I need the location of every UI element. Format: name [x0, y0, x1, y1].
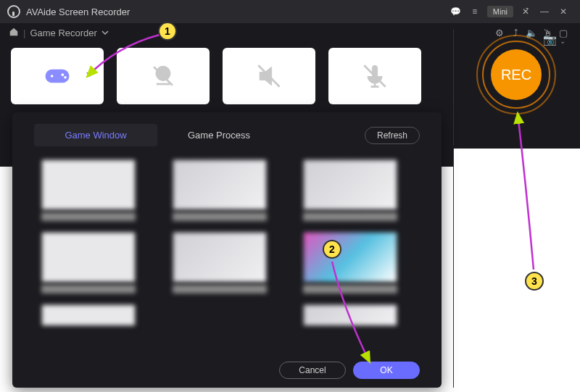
svg-point-1 — [51, 75, 54, 78]
pin-icon[interactable]: ✕̄ — [516, 4, 535, 19]
callout-1: 1 — [158, 22, 177, 41]
system-audio-card[interactable] — [223, 48, 315, 104]
close-icon[interactable]: ✕ — [554, 4, 573, 19]
callout-3: 3 — [525, 272, 544, 291]
record-button[interactable]: REC — [491, 49, 542, 100]
tab-game-process[interactable]: Game Process — [157, 124, 281, 146]
menu-icon[interactable]: ≡ — [465, 4, 484, 19]
app-logo-icon — [7, 5, 20, 18]
refresh-button[interactable]: Refresh — [365, 127, 420, 144]
window-thumb[interactable] — [303, 159, 413, 222]
window-thumb[interactable] — [41, 159, 151, 222]
titlebar: AVAide Screen Recorder 💬 ≡ Mini ✕̄ — ✕ — [0, 0, 580, 23]
window-thumb[interactable] — [41, 232, 151, 294]
divider — [453, 29, 454, 145]
window-thumb[interactable] — [41, 304, 151, 367]
minimize-icon[interactable]: — — [535, 4, 554, 19]
svg-point-2 — [62, 73, 65, 76]
callout-2: 2 — [323, 240, 341, 259]
chat-icon[interactable]: 💬 — [447, 4, 465, 19]
record-area: REC — [465, 35, 567, 114]
svg-point-3 — [64, 76, 67, 79]
app-title: AVAide Screen Recorder — [26, 7, 130, 17]
svg-rect-0 — [46, 70, 70, 83]
microphone-card[interactable] — [328, 48, 421, 104]
home-icon[interactable] — [9, 27, 19, 39]
window-thumb[interactable] — [173, 159, 282, 222]
mini-mode-button[interactable]: Mini — [487, 6, 513, 17]
window-thumb[interactable] — [173, 232, 282, 294]
picker-tabs: Game Window Game Process Refresh — [12, 120, 442, 157]
tab-game-window[interactable]: Game Window — [34, 124, 157, 146]
